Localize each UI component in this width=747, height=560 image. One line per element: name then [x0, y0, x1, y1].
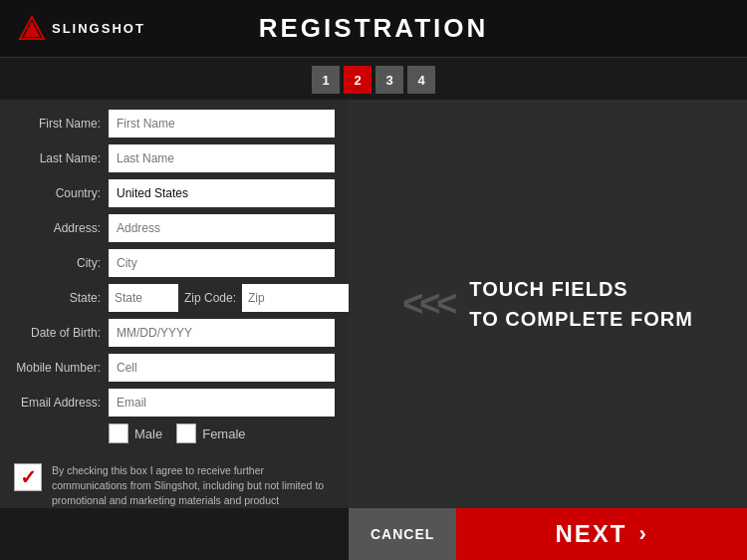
state-zip-group: Zip Code: — [109, 284, 349, 312]
next-arrow-icon: › — [639, 521, 648, 547]
instruction-line1: TOUCH FIELDS — [469, 274, 693, 304]
step-3[interactable]: 3 — [375, 66, 403, 94]
mobile-row: Mobile Number: — [14, 354, 335, 382]
female-label: Female — [202, 426, 245, 441]
logo-text: SLINGSHOT — [52, 21, 145, 36]
step-2[interactable]: 2 — [344, 66, 372, 94]
address-input[interactable] — [109, 214, 335, 242]
zip-input[interactable] — [242, 284, 349, 312]
slingshot-logo-icon — [18, 15, 46, 43]
city-label: City: — [14, 256, 109, 270]
address-row: Address: — [14, 214, 335, 242]
instruction-arrows: <<< — [402, 283, 453, 325]
page-title: REGISTRATION — [259, 13, 489, 44]
gender-row: Male Female — [14, 423, 335, 443]
mobile-label: Mobile Number: — [14, 361, 109, 375]
logo: SLINGSHOT — [18, 15, 145, 43]
right-panel: <<< TOUCH FIELDS TO COMPLETE FORM — [349, 100, 747, 508]
dob-input[interactable] — [109, 319, 335, 347]
city-input[interactable] — [109, 249, 335, 277]
form-panel: First Name: Last Name: Country: Address:… — [0, 100, 349, 508]
email-row: Email Address: — [14, 389, 335, 417]
country-input[interactable] — [109, 179, 335, 207]
agreement-row: ✓ By checking this box I agree to receiv… — [14, 453, 335, 508]
instruction: <<< TOUCH FIELDS TO COMPLETE FORM — [402, 274, 693, 334]
first-name-input[interactable] — [109, 110, 335, 138]
next-label: NEXT — [556, 520, 627, 548]
female-checkbox[interactable] — [176, 423, 196, 443]
mobile-input[interactable] — [109, 354, 335, 382]
next-button[interactable]: NEXT › — [456, 508, 747, 560]
country-label: Country: — [14, 186, 109, 200]
state-zip-row: State: Zip Code: — [14, 284, 335, 312]
email-input[interactable] — [109, 389, 335, 417]
footer-buttons: CANCEL NEXT › — [349, 508, 747, 560]
instruction-text: TOUCH FIELDS TO COMPLETE FORM — [469, 274, 693, 334]
state-label: State: — [14, 291, 109, 305]
dob-label: Date of Birth: — [14, 326, 109, 340]
last-name-input[interactable] — [109, 144, 335, 172]
zip-label: Zip Code: — [178, 291, 242, 305]
email-label: Email Address: — [14, 396, 109, 410]
address-label: Address: — [14, 221, 109, 235]
dob-row: Date of Birth: — [14, 319, 335, 347]
main-content: First Name: Last Name: Country: Address:… — [0, 100, 747, 508]
female-option[interactable]: Female — [176, 423, 245, 443]
male-checkbox[interactable] — [109, 423, 128, 443]
instruction-line2: TO COMPLETE FORM — [469, 304, 693, 334]
last-name-row: Last Name: — [14, 144, 335, 172]
footer-left-spacer — [0, 508, 349, 560]
step-1[interactable]: 1 — [312, 66, 340, 94]
step-4[interactable]: 4 — [407, 66, 435, 94]
country-row: Country: — [14, 179, 335, 207]
cancel-button[interactable]: CANCEL — [349, 508, 456, 560]
first-name-row: First Name: — [14, 110, 335, 138]
state-input[interactable] — [109, 284, 178, 312]
agree-text: By checking this box I agree to receive … — [52, 463, 335, 508]
footer: CANCEL NEXT › — [0, 508, 747, 560]
male-label: Male — [134, 426, 162, 441]
checkmark-icon: ✓ — [20, 465, 37, 489]
header: SLINGSHOT REGISTRATION — [0, 0, 747, 58]
male-option[interactable]: Male — [109, 423, 162, 443]
last-name-label: Last Name: — [14, 151, 109, 165]
step-indicator: 1 2 3 4 — [0, 58, 747, 100]
agree-checkbox[interactable]: ✓ — [14, 463, 42, 491]
first-name-label: First Name: — [14, 117, 109, 131]
city-row: City: — [14, 249, 335, 277]
